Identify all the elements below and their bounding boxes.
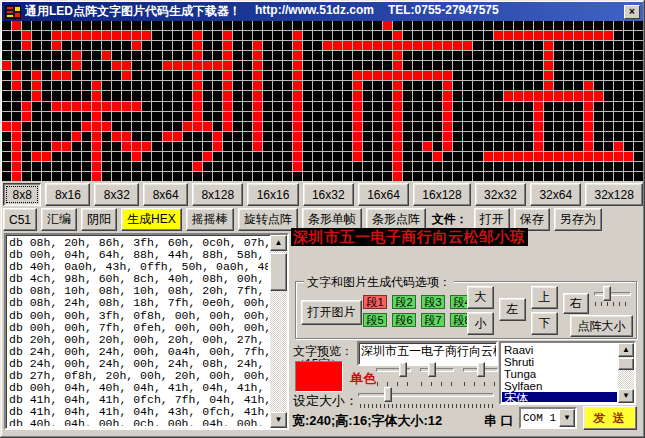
led-cell[interactable] [393, 142, 402, 151]
led-cell[interactable] [433, 142, 442, 151]
led-cell[interactable] [132, 81, 141, 90]
led-cell[interactable] [413, 172, 422, 181]
led-cell[interactable] [92, 71, 101, 80]
led-cell[interactable] [273, 132, 282, 141]
led-cell[interactable] [193, 61, 202, 70]
led-cell[interactable] [22, 81, 31, 90]
led-cell[interactable] [223, 172, 232, 181]
led-cell[interactable] [112, 162, 121, 171]
led-cell[interactable] [624, 61, 633, 70]
led-cell[interactable] [243, 31, 252, 40]
led-cell[interactable] [142, 152, 151, 161]
led-cell[interactable] [323, 112, 332, 121]
led-cell[interactable] [263, 71, 272, 80]
led-cell[interactable] [293, 71, 302, 80]
led-cell[interactable] [594, 152, 603, 161]
led-cell[interactable] [624, 112, 633, 121]
led-cell[interactable] [223, 152, 232, 161]
led-cell[interactable] [173, 51, 182, 60]
led-cell[interactable] [102, 172, 111, 181]
led-cell[interactable] [62, 71, 71, 80]
led-cell[interactable] [233, 81, 242, 90]
led-cell[interactable] [544, 71, 553, 80]
led-cell[interactable] [343, 91, 352, 100]
led-cell[interactable] [183, 102, 192, 111]
led-cell[interactable] [233, 51, 242, 60]
led-cell[interactable] [423, 142, 432, 151]
led-cell[interactable] [494, 51, 503, 60]
led-cell[interactable] [152, 102, 161, 111]
led-cell[interactable] [373, 122, 382, 131]
led-cell[interactable] [32, 61, 41, 70]
led-cell[interactable] [413, 51, 422, 60]
led-cell[interactable] [473, 122, 482, 131]
led-cell[interactable] [42, 41, 51, 50]
led-cell[interactable] [22, 162, 31, 171]
led-cell[interactable] [42, 112, 51, 121]
led-cell[interactable] [283, 132, 292, 141]
led-cell[interactable] [484, 21, 493, 30]
led-cell[interactable] [72, 142, 81, 151]
led-cell[interactable] [233, 102, 242, 111]
led-cell[interactable] [363, 51, 372, 60]
led-cell[interactable] [213, 41, 222, 50]
led-cell[interactable] [473, 162, 482, 171]
led-cell[interactable] [363, 31, 372, 40]
segment-段1[interactable]: 段1 [363, 295, 387, 309]
led-cell[interactable] [213, 142, 222, 151]
led-cell[interactable] [443, 142, 452, 151]
led-cell[interactable] [102, 91, 111, 100]
led-cell[interactable] [82, 81, 91, 90]
led-cell[interactable] [383, 112, 392, 121]
led-cell[interactable] [534, 81, 543, 90]
led-cell[interactable] [32, 112, 41, 121]
led-cell[interactable] [132, 172, 141, 181]
led-cell[interactable] [363, 172, 372, 181]
led-cell[interactable] [353, 71, 362, 80]
led-cell[interactable] [494, 142, 503, 151]
led-cell[interactable] [163, 142, 172, 151]
led-cell[interactable] [52, 51, 61, 60]
led-cell[interactable] [574, 81, 583, 90]
led-cell[interactable] [233, 152, 242, 161]
led-cell[interactable] [142, 112, 151, 121]
led-cell[interactable] [333, 132, 342, 141]
led-cell[interactable] [233, 122, 242, 131]
led-cell[interactable] [594, 162, 603, 171]
led-cell[interactable] [72, 41, 81, 50]
led-cell[interactable] [122, 41, 131, 50]
led-cell[interactable] [554, 31, 563, 40]
led-cell[interactable] [343, 31, 352, 40]
led-cell[interactable] [82, 91, 91, 100]
led-cell[interactable] [313, 81, 322, 90]
led-cell[interactable] [484, 172, 493, 181]
led-cell[interactable] [363, 81, 372, 90]
led-cell[interactable] [614, 122, 623, 131]
led-cell[interactable] [353, 142, 362, 151]
led-cell[interactable] [62, 31, 71, 40]
led-cell[interactable] [403, 91, 412, 100]
led-cell[interactable] [403, 102, 412, 111]
led-cell[interactable] [122, 81, 131, 90]
led-cell[interactable] [393, 41, 402, 50]
led-cell[interactable] [303, 21, 312, 30]
led-cell[interactable] [574, 132, 583, 141]
led-cell[interactable] [82, 162, 91, 171]
led-cell[interactable] [253, 112, 262, 121]
led-cell[interactable] [233, 61, 242, 70]
led-cell[interactable] [62, 51, 71, 60]
led-cell[interactable] [223, 91, 232, 100]
led-cell[interactable] [594, 51, 603, 60]
led-cell[interactable] [303, 122, 312, 131]
led-cell[interactable] [303, 81, 312, 90]
led-cell[interactable] [152, 31, 161, 40]
code-scrollbar[interactable]: ▲ ▼ [270, 235, 287, 428]
close-button[interactable]: × [624, 5, 640, 19]
led-cell[interactable] [42, 152, 51, 161]
led-cell[interactable] [42, 122, 51, 131]
led-cell[interactable] [273, 112, 282, 121]
led-cell[interactable] [193, 132, 202, 141]
led-cell[interactable] [223, 81, 232, 90]
led-cell[interactable] [594, 91, 603, 100]
led-cell[interactable] [544, 142, 553, 151]
